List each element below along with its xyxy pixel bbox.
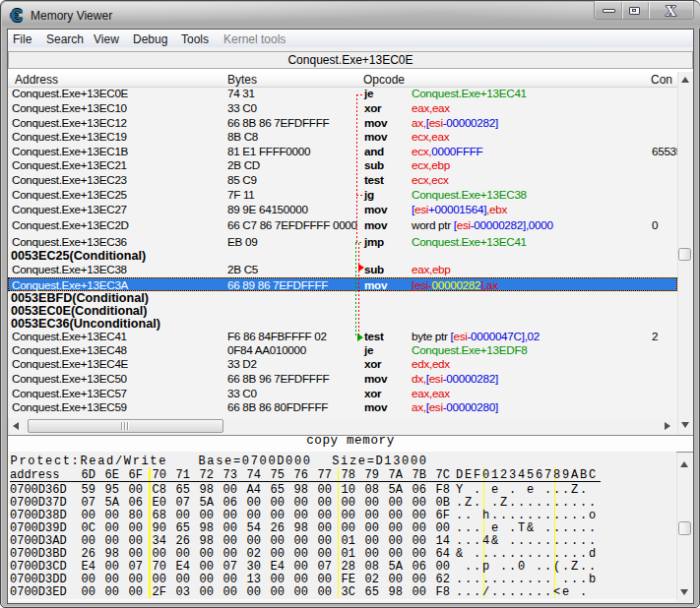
svg-text:X: X: [666, 3, 676, 19]
